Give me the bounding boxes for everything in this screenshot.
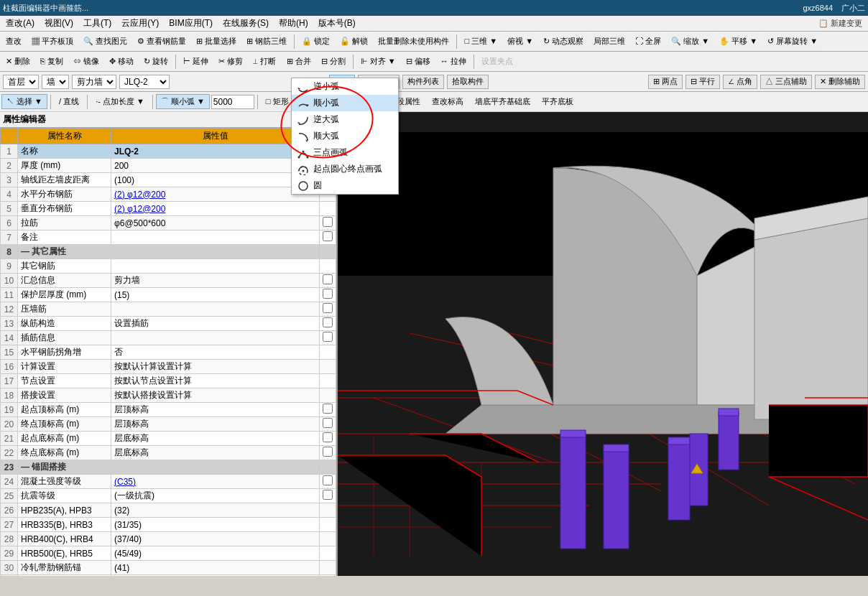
- btn-fullscreen[interactable]: ⛶ 全屏: [631, 34, 665, 49]
- checkbox-7[interactable]: [323, 231, 333, 241]
- checkbox-6[interactable]: [323, 217, 333, 227]
- prop-value-18[interactable]: 按默认搭接设置计算: [111, 388, 320, 403]
- tab-pick-component[interactable]: 拾取构件: [447, 75, 489, 89]
- dropdown-item-3point[interactable]: 三点画弧: [292, 144, 398, 161]
- btn-flat-top[interactable]: ▦ 平齐板顶: [27, 34, 78, 49]
- btn-rotate2[interactable]: ↻ 旋转: [139, 54, 172, 69]
- btn-find-element[interactable]: 🔍 查找图元: [79, 34, 131, 49]
- prop-cb-25[interactable]: [320, 489, 336, 503]
- dropdown-item-ccw-large[interactable]: 逆大弧: [292, 111, 398, 128]
- prop-cb-22[interactable]: [320, 446, 336, 460]
- btn-copy[interactable]: ⎘ 复制: [36, 54, 68, 69]
- prop-value-3[interactable]: (100): [111, 173, 320, 187]
- checkbox-11[interactable]: [323, 289, 333, 299]
- menu-online[interactable]: 在线服务(S): [218, 16, 273, 31]
- menu-tools[interactable]: 工具(T): [79, 16, 116, 31]
- btn-mirror[interactable]: ⇔ 镜像: [69, 54, 103, 69]
- dropdown-item-ccw-small[interactable]: 逆小弧: [292, 78, 398, 95]
- btn-select[interactable]: ↖ 选择 ▼: [1, 94, 47, 109]
- prop-value-16[interactable]: 按默认计算设置计算: [111, 360, 320, 374]
- btn-arc[interactable]: ⌒ 顺小弧 ▼: [156, 94, 210, 109]
- btn-batch-select[interactable]: ⊞ 批量选择: [192, 34, 241, 49]
- prop-cb-7[interactable]: [320, 231, 336, 245]
- menu-chagai[interactable]: 查改(A): [1, 16, 39, 31]
- btn-pan[interactable]: ✋ 平移 ▼: [715, 34, 762, 49]
- prop-value-29[interactable]: (45/49): [111, 546, 320, 561]
- btn-trim[interactable]: ✂ 修剪: [214, 54, 247, 69]
- menu-help[interactable]: 帮助(H): [274, 16, 313, 31]
- prop-value-5[interactable]: (2) φ12@200: [111, 202, 320, 216]
- prop-cb-19[interactable]: [320, 403, 336, 417]
- checkbox-21[interactable]: [323, 432, 333, 442]
- btn-point-angle[interactable]: ∠ 点角: [723, 75, 757, 89]
- prop-value-31[interactable]: (35): [111, 575, 320, 577]
- prop-value-9[interactable]: [111, 259, 320, 274]
- btn-break[interactable]: ⟂ 打断: [249, 54, 280, 69]
- checkbox-24[interactable]: [323, 475, 333, 485]
- btn-extend[interactable]: ⊢ 延伸: [179, 54, 213, 69]
- btn-batch-delete[interactable]: 批量删除未使用构件: [374, 34, 453, 49]
- prop-value-26[interactable]: (32): [111, 503, 320, 518]
- prop-cb-6[interactable]: [320, 216, 336, 231]
- checkbox-19[interactable]: [323, 404, 333, 414]
- arc-value[interactable]: [211, 95, 254, 109]
- btn-delete[interactable]: ✕ 删除: [1, 54, 34, 69]
- prop-cb-11[interactable]: [320, 288, 336, 302]
- prop-cb-13[interactable]: [320, 317, 336, 331]
- btn-rebar-qty[interactable]: ⚙ 查看钢筋量: [133, 34, 190, 49]
- prop-value-28[interactable]: (37/40): [111, 532, 320, 546]
- dropdown-item-center-arc[interactable]: 起点圆心终点画弧: [292, 161, 398, 177]
- checkbox-20[interactable]: [323, 418, 333, 428]
- btn-three-point-aux[interactable]: △ 三点辅助: [760, 75, 812, 89]
- btn-flat-base[interactable]: 墙底平齐基础底: [470, 94, 535, 109]
- btn-rect[interactable]: □ 矩形: [261, 94, 294, 109]
- btn-move[interactable]: ✥ 移动: [105, 54, 138, 69]
- checkbox-10[interactable]: [323, 274, 333, 284]
- btn-rebar-3d[interactable]: ⊞ 钢筋三维: [242, 34, 291, 49]
- prop-value-1[interactable]: JLQ-2: [111, 144, 320, 159]
- prop-cb-24[interactable]: [320, 475, 336, 489]
- checkbox-12[interactable]: [323, 303, 333, 313]
- btn-rotate[interactable]: ↺ 屏幕旋转 ▼: [763, 34, 822, 49]
- prop-value-24[interactable]: (C35): [111, 475, 320, 489]
- dropdown-item-circle[interactable]: 圆: [292, 177, 398, 194]
- btn-local-3d[interactable]: 局部三维: [589, 34, 629, 49]
- btn-stretch[interactable]: ↔ 拉伸: [436, 54, 471, 69]
- btn-two-point[interactable]: ⊞ 两点: [648, 75, 683, 89]
- btn-split[interactable]: ⊟ 分割: [317, 54, 350, 69]
- menu-view[interactable]: 视图(V): [40, 16, 78, 31]
- prop-value-4[interactable]: (2) φ12@200: [111, 187, 320, 202]
- prop-cb-10[interactable]: [320, 274, 336, 288]
- checkbox-14[interactable]: [323, 332, 333, 342]
- btn-lock[interactable]: 🔒 锁定: [297, 34, 334, 49]
- btn-line[interactable]: / 直线: [54, 94, 84, 109]
- prop-cb-12[interactable]: [320, 302, 336, 317]
- dropdown-item-cw-small[interactable]: 顺小弧: [292, 95, 398, 111]
- checkbox-13[interactable]: [323, 317, 333, 327]
- btn-check-elevation[interactable]: 查改标高: [427, 94, 468, 109]
- menu-version[interactable]: 版本号(B): [314, 16, 360, 31]
- btn-flat-bottom[interactable]: 平齐底板: [537, 94, 578, 109]
- btn-set-grip[interactable]: 设置夹点: [477, 54, 517, 69]
- type-select[interactable]: 墙: [42, 75, 69, 89]
- prop-value-15[interactable]: 否: [111, 345, 320, 360]
- checkbox-22[interactable]: [323, 447, 333, 457]
- prop-cb-14[interactable]: [320, 331, 336, 345]
- prop-value-17[interactable]: 按默认节点设置计算: [111, 374, 320, 388]
- btn-align[interactable]: ⊩ 对齐 ▼: [356, 54, 400, 69]
- prop-value-2[interactable]: 200: [111, 159, 320, 173]
- tab-component-list[interactable]: 构件列表: [402, 75, 444, 89]
- btn-parallel[interactable]: ⊟ 平行: [685, 75, 720, 89]
- prop-cb-20[interactable]: [320, 417, 336, 432]
- prop-value-30[interactable]: (41): [111, 561, 320, 575]
- prop-value-27[interactable]: (31/35): [111, 518, 320, 532]
- btn-offset[interactable]: ⊟ 偏移: [402, 54, 435, 69]
- btn-point-length[interactable]: ·- 点加长度 ▼: [91, 94, 149, 109]
- btn-zoom[interactable]: 🔍 缩放 ▼: [667, 34, 714, 49]
- code-select[interactable]: JLQ-2: [119, 75, 170, 89]
- btn-dynamic-observe[interactable]: ↻ 动态观察: [539, 34, 588, 49]
- btn-delete-aux[interactable]: ✕ 删除辅助: [815, 75, 865, 89]
- btn-merge[interactable]: ⊞ 合并: [282, 54, 315, 69]
- btn-chagai[interactable]: 查改: [1, 34, 26, 49]
- menu-cloud[interactable]: 云应用(Y): [117, 16, 163, 31]
